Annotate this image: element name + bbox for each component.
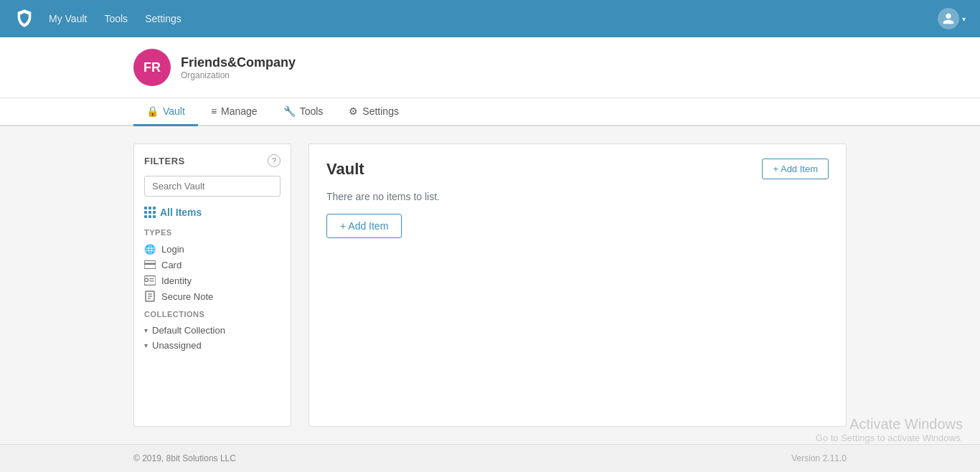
org-type: Organization (181, 70, 296, 80)
svg-rect-2 (144, 276, 156, 285)
tab-tools[interactable]: 🔧 Tools (270, 98, 336, 126)
vault-title: Vault (326, 160, 364, 179)
org-avatar: FR (133, 49, 171, 86)
collection-default-caret: ▾ (144, 326, 148, 334)
tab-settings[interactable]: ⚙ Settings (336, 98, 412, 126)
vault-main: Vault + Add Item There are no items to l… (308, 143, 847, 427)
org-name: Friends&Company (181, 55, 296, 70)
tools-icon: 🔧 (283, 105, 296, 117)
types-section-label: TYPES (144, 228, 281, 237)
secure-note-icon (144, 291, 156, 302)
all-items-grid-icon (144, 207, 156, 218)
filter-identity[interactable]: Identity (144, 273, 281, 288)
vault-lock-icon: 🔒 (146, 105, 159, 117)
filters-title: FILTERS (144, 156, 185, 166)
add-item-header-button[interactable]: + Add Item (762, 159, 829, 179)
collection-default[interactable]: ▾ Default Collection (144, 323, 281, 338)
user-menu[interactable]: ▾ (938, 8, 966, 29)
filter-login[interactable]: 🌐 Login (144, 241, 281, 257)
svg-rect-1 (144, 263, 156, 265)
filter-card[interactable]: Card (144, 257, 281, 273)
footer: © 2019, 8bit Solutions LLC Version 2.11.… (0, 444, 980, 472)
no-items-message: There are no items to list. (326, 191, 829, 202)
identity-icon (144, 275, 156, 286)
org-header: FR Friends&Company Organization (0, 37, 980, 98)
vault-top-bar: Vault + Add Item (326, 159, 829, 179)
collection-unassigned[interactable]: ▾ Unassigned (144, 338, 281, 353)
nav-settings[interactable]: Settings (145, 13, 182, 24)
filter-secure-note[interactable]: Secure Note (144, 288, 281, 304)
nav-my-vault[interactable]: My Vault (49, 13, 87, 24)
tab-vault[interactable]: 🔒 Vault (133, 98, 198, 126)
collections-section-label: COLLECTIONS (144, 310, 281, 318)
top-navigation: My Vault Tools Settings ▾ (0, 0, 980, 37)
manage-icon: ≡ (211, 105, 217, 117)
version-text: Version 2.11.0 (791, 453, 847, 463)
org-tabs: 🔒 Vault ≡ Manage 🔧 Tools ⚙ Settings (0, 98, 980, 126)
logo (14, 8, 34, 30)
card-icon (144, 259, 156, 270)
copyright-text: © 2019, 8bit Solutions LLC (133, 453, 236, 463)
filters-header: FILTERS ? (144, 154, 281, 167)
nav-links: My Vault Tools Settings (49, 13, 938, 24)
user-avatar-icon (938, 8, 959, 29)
filters-help-icon[interactable]: ? (268, 154, 281, 167)
all-items-link[interactable]: All Items (144, 205, 281, 220)
org-info: Friends&Company Organization (181, 55, 296, 80)
search-input[interactable] (144, 176, 281, 197)
add-item-main-button[interactable]: + Add Item (326, 214, 402, 238)
user-dropdown-caret: ▾ (962, 15, 966, 23)
svg-point-5 (145, 278, 149, 282)
tab-manage[interactable]: ≡ Manage (198, 98, 270, 126)
collection-unassigned-caret: ▾ (144, 341, 148, 349)
main-content: FILTERS ? All Items TYPES 🌐 Login (0, 126, 980, 444)
sidebar-filters: FILTERS ? All Items TYPES 🌐 Login (133, 143, 291, 427)
settings-icon: ⚙ (349, 105, 358, 117)
nav-tools[interactable]: Tools (104, 13, 128, 24)
login-globe-icon: 🌐 (144, 243, 156, 255)
